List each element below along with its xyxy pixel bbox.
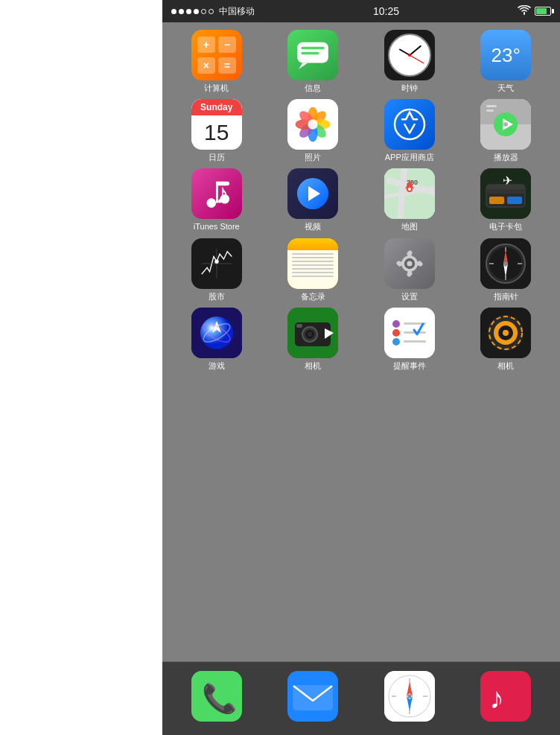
- svg-rect-20: [486, 105, 497, 107]
- wallet-label: 电子卡包: [489, 222, 522, 232]
- app-row-5: 游戏: [168, 308, 554, 371]
- music-icon: ♪: [480, 671, 531, 722]
- svg-rect-86: [404, 340, 426, 343]
- app-appstore[interactable]: APP应用商店: [366, 99, 452, 162]
- carrier-label: 中国移动: [219, 5, 255, 18]
- player-label: 播放器: [494, 153, 518, 162]
- signal-dot-2: [179, 9, 184, 14]
- clock-label: 时钟: [401, 83, 418, 93]
- svg-point-24: [206, 199, 216, 209]
- app-notes[interactable]: 备忘录: [270, 238, 356, 302]
- battery-icon: [535, 7, 551, 16]
- svg-point-81: [392, 320, 400, 328]
- video-icon: [287, 168, 338, 219]
- app-game[interactable]: 游戏: [174, 308, 259, 371]
- app-camera-facetime[interactable]: 相机: [270, 308, 356, 371]
- app-photos[interactable]: 照片: [270, 99, 356, 162]
- dock: 📞: [162, 661, 560, 735]
- wifi-icon: [518, 5, 531, 18]
- game-icon: [191, 308, 242, 358]
- music-player-label: 相机: [497, 361, 514, 371]
- svg-text:✈: ✈: [503, 174, 512, 187]
- svg-point-82: [392, 329, 400, 337]
- apps-grid: + − × = 计算机 信息: [162, 22, 560, 661]
- phone-icon: 📞: [191, 671, 242, 722]
- svg-point-35: [408, 188, 411, 191]
- svg-rect-41: [489, 197, 504, 204]
- game-label: 游戏: [209, 361, 225, 371]
- app-row-4: 股市 备忘录: [168, 238, 554, 302]
- app-itunes[interactable]: ♪ iTunes Store: [174, 168, 259, 232]
- calendar-icon: Sunday 15: [191, 99, 242, 150]
- svg-text:📞: 📞: [202, 681, 238, 716]
- calendar-label: 日历: [209, 153, 225, 162]
- photos-icon: [287, 99, 338, 150]
- app-stocks[interactable]: 股市: [174, 238, 259, 302]
- itunes-label: iTunes Store: [194, 222, 240, 232]
- weather-icon: 23°: [480, 30, 531, 80]
- app-reminders[interactable]: 提醒事件: [366, 308, 452, 371]
- svg-rect-56: [406, 270, 413, 277]
- app-weather[interactable]: 23° 天气: [463, 30, 549, 93]
- svg-rect-42: [507, 197, 522, 204]
- dock-music[interactable]: ♪: [476, 671, 535, 725]
- app-maps[interactable]: 280 地图: [366, 168, 452, 232]
- signal-dot-6: [209, 9, 214, 14]
- video-label: 视频: [305, 222, 321, 232]
- app-wallet[interactable]: ✈ 电子卡包: [463, 168, 549, 232]
- camera-facetime-icon: [287, 308, 338, 358]
- compass-label: 指南针: [494, 292, 518, 302]
- svg-rect-21: [486, 109, 494, 112]
- safari-icon: [384, 671, 435, 722]
- calculator-label: 计算机: [204, 83, 229, 93]
- svg-point-46: [214, 259, 218, 263]
- app-settings[interactable]: 设置: [366, 238, 452, 302]
- svg-point-67: [503, 261, 508, 266]
- calculator-icon: + − × =: [191, 30, 242, 80]
- svg-rect-54: [406, 249, 413, 256]
- signal-dot-1: [171, 9, 176, 14]
- app-clock[interactable]: 时钟: [366, 30, 452, 93]
- dock-mail[interactable]: [283, 671, 343, 725]
- app-video[interactable]: 视频: [270, 168, 356, 232]
- app-calendar[interactable]: Sunday 15 日历: [174, 99, 259, 162]
- dock-safari[interactable]: [380, 671, 439, 725]
- mail-icon: [287, 671, 338, 722]
- svg-rect-55: [416, 260, 423, 267]
- svg-point-25: [220, 194, 229, 204]
- app-messages[interactable]: 信息: [270, 30, 356, 93]
- svg-point-83: [392, 338, 400, 346]
- svg-rect-2: [302, 52, 319, 54]
- app-music-player[interactable]: 相机: [463, 308, 549, 371]
- svg-rect-57: [395, 260, 402, 267]
- signal-dot-5: [201, 9, 206, 14]
- svg-rect-79: [296, 324, 302, 328]
- camera-facetime-label: 相机: [305, 361, 321, 371]
- settings-icon: [384, 238, 435, 289]
- app-row-3: ♪ iTunes Store 视频: [168, 168, 554, 232]
- app-player[interactable]: 播放器: [463, 99, 549, 162]
- svg-point-91: [503, 330, 509, 336]
- svg-point-12: [308, 120, 318, 130]
- player-icon: [480, 99, 531, 150]
- messages-icon: [287, 30, 338, 80]
- app-row-1: + − × = 计算机 信息: [168, 30, 554, 93]
- settings-label: 设置: [401, 292, 418, 302]
- svg-point-106: [407, 695, 411, 699]
- svg-point-77: [308, 332, 312, 337]
- app-calculator[interactable]: + − × = 计算机: [174, 30, 259, 93]
- app-compass[interactable]: 指南针: [463, 238, 549, 302]
- appstore-label: APP应用商店: [385, 153, 434, 162]
- messages-label: 信息: [305, 83, 321, 93]
- svg-rect-107: [480, 671, 531, 722]
- notes-icon: [287, 238, 338, 289]
- itunes-icon: ♪: [191, 168, 242, 219]
- svg-marker-3: [299, 63, 308, 69]
- dock-phone[interactable]: 📞: [187, 671, 246, 725]
- reminders-icon: [384, 308, 435, 358]
- svg-rect-1: [302, 47, 325, 49]
- status-bar: 中国移动 10:25: [162, 0, 560, 22]
- status-icons: [518, 5, 551, 18]
- left-panel: [0, 0, 162, 735]
- signal-dot-3: [186, 9, 191, 14]
